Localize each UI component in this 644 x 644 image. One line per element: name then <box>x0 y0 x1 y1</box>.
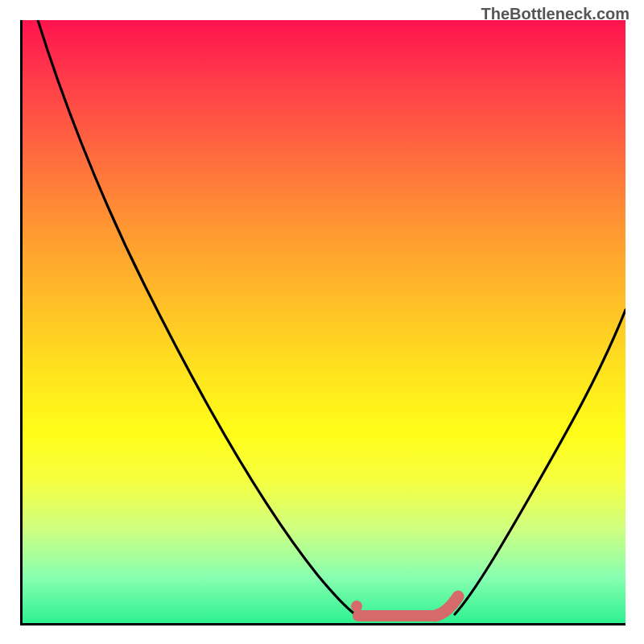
watermark-text: TheBottleneck.com <box>481 5 630 23</box>
bottleneck-curve-left <box>38 20 355 614</box>
optimal-marker-dot-left <box>351 601 362 612</box>
chart-svg <box>20 20 625 625</box>
bottleneck-curve-right <box>455 310 625 614</box>
